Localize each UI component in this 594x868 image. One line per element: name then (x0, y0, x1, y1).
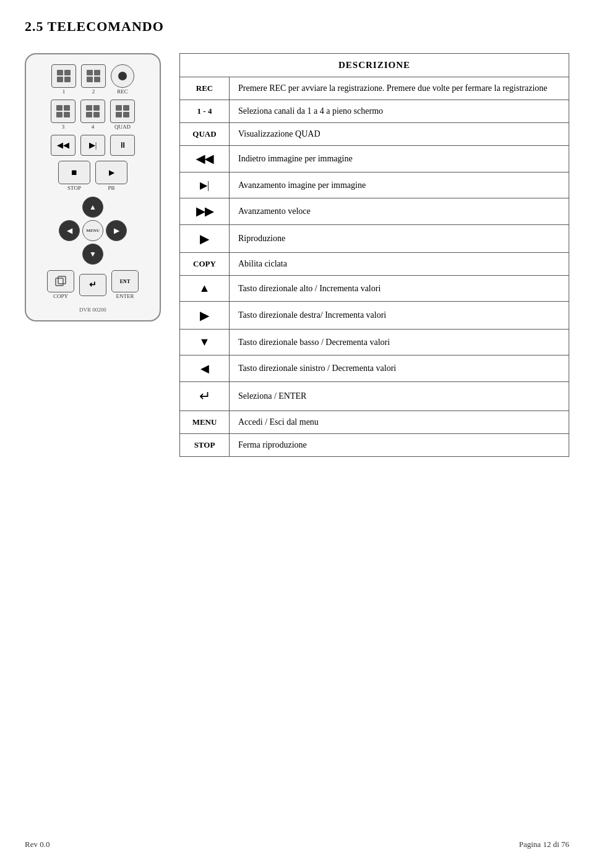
table-row: RECPremere REC per avviare la registrazi… (180, 77, 569, 100)
btn-stop[interactable]: ⏹ (58, 161, 90, 184)
page-heading: 2.5 TELECOMANDO (25, 19, 569, 35)
description-cell: Tasto direzionale sinistro / Decrementa … (230, 355, 569, 382)
remote-control: 1 2 REC 3 (25, 53, 161, 321)
table-row: STOPFerma riproduzione (180, 434, 569, 457)
btn-group-stop: ⏹ STOP (58, 161, 90, 191)
key-cell: STOP (180, 434, 230, 457)
icon-cell: ▶| (180, 172, 230, 198)
svg-rect-1 (58, 276, 66, 284)
dpad-left[interactable]: ◀ (59, 220, 80, 241)
description-cell: Visualizzazione QUAD (230, 123, 569, 146)
icon-cell: ▶▶ (180, 198, 230, 225)
icon-cell: ◀◀ (180, 146, 230, 172)
icon-cell: ▶ (180, 302, 230, 330)
btn-copy-label: COPY (53, 293, 68, 299)
btn-group-4: 4 (80, 100, 105, 130)
dpad-center-menu[interactable]: MENU (82, 220, 103, 241)
description-cell: Indietro immagine per immagine (230, 146, 569, 172)
btn-rec-label: REC (117, 88, 128, 95)
icon-cell: ◀ (180, 355, 230, 382)
btn-2-label: 2 (92, 88, 95, 95)
dpad-empty-tl (59, 197, 80, 218)
remote-row-stop-pb: ⏹ STOP ▶ PB (33, 161, 152, 191)
main-content: 1 2 REC 3 (25, 53, 569, 457)
btn-stop-label: STOP (67, 185, 81, 191)
description-cell: Tasto direzionale alto / Incrementa valo… (230, 276, 569, 302)
table-row: ◀◀Indietro immagine per immagine (180, 146, 569, 172)
description-cell: Avanzamento imagine per immagine (230, 172, 569, 198)
btn-group-1: 1 (51, 64, 76, 95)
btn-2[interactable] (81, 64, 106, 88)
table-row: 1 - 4Seleziona canali da 1 a 4 a pieno s… (180, 100, 569, 123)
table-row: MENUAccedi / Esci dal menu (180, 411, 569, 434)
btn-quad-label: QUAD (114, 124, 131, 130)
dpad: ▲ ◀ MENU ▶ ▼ (58, 196, 127, 265)
btn-4-label: 4 (92, 124, 95, 130)
btn-enter-label: ENTER (116, 293, 134, 299)
btn-group-enter-icon: ↵ (79, 274, 106, 296)
key-cell: MENU (180, 411, 230, 434)
btn-rec[interactable] (111, 64, 134, 88)
dpad-up[interactable]: ▲ (82, 197, 103, 218)
description-cell: Riproduzione (230, 225, 569, 253)
table-row: COPYAbilita ciclata (180, 253, 569, 276)
remote-row-copy-enter: COPY ↵ ENT ENTER (33, 270, 152, 299)
icon-cell: ▼ (180, 330, 230, 355)
dpad-empty-tr (106, 197, 127, 218)
btn-pb-label: PB (108, 185, 114, 191)
table-row: ▼Tasto direzionale basso / Decrementa va… (180, 330, 569, 355)
key-cell: 1 - 4 (180, 100, 230, 123)
icon-cell: ▶ (180, 225, 230, 253)
btn-group-rec: REC (111, 64, 134, 95)
svg-rect-0 (56, 278, 63, 286)
description-cell: Avanzamento veloce (230, 198, 569, 225)
btn-3[interactable] (51, 100, 75, 123)
table-row: ▶Tasto direzionale destra/ Incrementa va… (180, 302, 569, 330)
btn-forward-frame[interactable]: ▶| (80, 135, 105, 156)
btn-pause[interactable]: ⏸ (110, 135, 135, 156)
description-cell: Abilita ciclata (230, 253, 569, 276)
btn-4[interactable] (80, 100, 105, 123)
remote-row-2: 3 4 QUAD (33, 100, 152, 130)
table-row: ▶|Avanzamento imagine per immagine (180, 172, 569, 198)
key-cell: REC (180, 77, 230, 100)
description-cell: Tasto direzionale destra/ Incrementa val… (230, 302, 569, 330)
btn-pb[interactable]: ▶ (95, 161, 127, 184)
btn-group-copy: COPY (47, 270, 74, 299)
btn-group-2: 2 (81, 64, 106, 95)
footer-right: Pagina 12 di 76 (519, 840, 569, 849)
table-row: ↵Seleziona / ENTER (180, 382, 569, 411)
remote-model: DVR 00200 (79, 307, 106, 313)
btn-copy[interactable] (47, 270, 74, 292)
btn-group-enter: ENT ENTER (111, 270, 139, 299)
btn-1-label: 1 (62, 88, 66, 95)
dpad-right[interactable]: ▶ (106, 220, 127, 241)
btn-quad[interactable] (110, 100, 135, 123)
description-cell: Seleziona canali da 1 a 4 a pieno scherm… (230, 100, 569, 123)
btn-rewind[interactable]: ◀◀ (51, 135, 75, 156)
description-cell: Seleziona / ENTER (230, 382, 569, 411)
description-cell: Accedi / Esci dal menu (230, 411, 569, 434)
remote-row-transport: ◀◀ ▶| ⏸ (33, 135, 152, 156)
btn-group-pb: ▶ PB (95, 161, 127, 191)
btn-1[interactable] (51, 64, 76, 88)
icon-cell: ↵ (180, 382, 230, 411)
table-header: DESCRIZIONE (180, 54, 569, 77)
description-cell: Premere REC per avviare la registrazione… (230, 77, 569, 100)
dpad-empty-bl (59, 244, 80, 265)
table-row: ▲Tasto direzionale alto / Incrementa val… (180, 276, 569, 302)
info-table: DESCRIZIONE RECPremere REC per avviare l… (179, 53, 569, 457)
page-footer: Rev 0.0 Pagina 12 di 76 (25, 840, 569, 849)
footer-left: Rev 0.0 (25, 840, 50, 849)
table-row: ▶Riproduzione (180, 225, 569, 253)
dpad-empty-br (106, 244, 127, 265)
btn-group-quad: QUAD (110, 100, 135, 130)
btn-enter-icon[interactable]: ↵ (79, 274, 106, 296)
remote-row-1: 1 2 REC (33, 64, 152, 95)
icon-cell: ▲ (180, 276, 230, 302)
table-row: QUADVisualizzazione QUAD (180, 123, 569, 146)
btn-enter[interactable]: ENT (111, 270, 139, 292)
dpad-down[interactable]: ▼ (82, 244, 103, 265)
table-row: ◀Tasto direzionale sinistro / Decrementa… (180, 355, 569, 382)
table-row: ▶▶Avanzamento veloce (180, 198, 569, 225)
